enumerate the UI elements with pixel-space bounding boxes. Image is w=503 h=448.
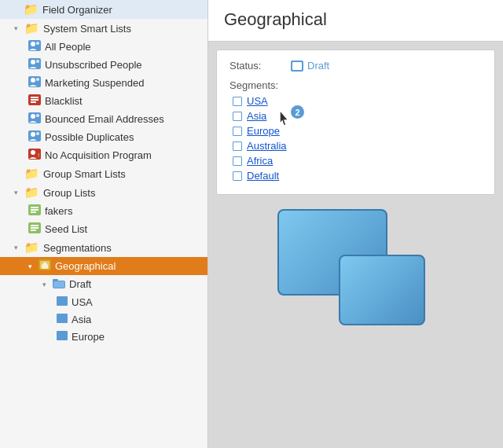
segment-link-default[interactable]: Default xyxy=(247,170,279,182)
sidebar-item-field-organizer[interactable]: 📁 Field Organizer xyxy=(0,0,207,19)
segment-checkbox[interactable] xyxy=(233,127,242,136)
sidebar-item-possible-duplicates[interactable]: Possible Duplicates xyxy=(0,128,207,146)
svg-point-15 xyxy=(36,114,39,117)
segment-checkbox[interactable] xyxy=(233,156,242,166)
sidebar: 📁 Field Organizer ▾ 📁 System Smart Lists… xyxy=(0,0,208,448)
sidebar-item-label: Unsubscribed People xyxy=(45,59,142,71)
svg-point-20 xyxy=(31,150,35,155)
sidebar-item-label: USA xyxy=(72,296,93,308)
segment-checkbox[interactable] xyxy=(233,141,242,151)
segment-checkbox[interactable] xyxy=(233,112,242,121)
list-icon xyxy=(28,222,41,236)
people-icon xyxy=(28,76,41,90)
segments-section: Segments: USA Asia xyxy=(229,79,482,182)
main-body: Status: Draft Segments: USA xyxy=(208,42,503,448)
tooltip-badge: 2 xyxy=(291,105,304,119)
folder-icon: 📁 xyxy=(24,2,39,17)
list-item: Europe xyxy=(233,125,482,137)
segment-link-europe[interactable]: Europe xyxy=(247,125,280,137)
sidebar-item-label: Marketing Suspended xyxy=(45,77,144,89)
svg-point-18 xyxy=(36,132,39,135)
folder-icon: 📁 xyxy=(24,241,39,255)
list-icon xyxy=(28,204,41,218)
sidebar-item-asia[interactable]: Asia xyxy=(0,310,207,328)
sidebar-item-label: Asia xyxy=(72,314,91,325)
svg-rect-10 xyxy=(31,97,39,98)
segment-link-asia[interactable]: Asia xyxy=(247,110,266,122)
sidebar-item-label: System Smart Lists xyxy=(43,23,131,35)
segments-label: Segments: xyxy=(229,79,482,91)
people-icon xyxy=(28,40,41,53)
diagram-area xyxy=(216,201,495,440)
svg-point-2 xyxy=(36,42,39,45)
sidebar-item-bounced[interactable]: Bounced Email Addresses xyxy=(0,110,207,128)
sidebar-item-label: No Acquisition Program xyxy=(45,149,152,161)
svg-rect-27 xyxy=(31,225,39,226)
sidebar-item-group-smart-lists[interactable]: 📁 Group Smart Lists xyxy=(0,164,207,183)
blue-square-icon xyxy=(57,296,68,308)
svg-rect-23 xyxy=(31,207,39,208)
expand-icon: ▾ xyxy=(14,189,22,196)
list-item: Asia 2 xyxy=(233,110,482,122)
folder-icon: 📁 xyxy=(24,167,39,181)
diagram-box-large xyxy=(277,209,387,296)
sidebar-item-draft[interactable]: ▾ Draft xyxy=(0,275,207,293)
segment-link-africa[interactable]: Africa xyxy=(247,155,273,167)
sidebar-item-label: Segmentations xyxy=(43,242,112,254)
segment-link-usa[interactable]: USA xyxy=(247,95,268,107)
sidebar-item-label: Europe xyxy=(72,331,105,343)
sidebar-item-system-smart-lists[interactable]: ▾ 📁 System Smart Lists xyxy=(0,19,207,38)
segment-link-australia[interactable]: Australia xyxy=(247,140,287,152)
draft-icon xyxy=(291,61,303,72)
svg-rect-34 xyxy=(53,281,64,288)
svg-text:!: ! xyxy=(38,152,39,159)
sidebar-item-blacklist[interactable]: Blacklist xyxy=(0,92,207,110)
warning-icon: ! xyxy=(28,149,41,162)
sidebar-item-all-people[interactable]: All People xyxy=(0,38,207,56)
sidebar-item-group-lists[interactable]: ▾ 📁 Group Lists xyxy=(0,183,207,202)
sidebar-item-label: fakers xyxy=(45,205,72,217)
list-item: Australia xyxy=(233,140,482,152)
blue-square-icon xyxy=(57,313,68,325)
svg-rect-12 xyxy=(31,101,36,103)
folder-icon: 📁 xyxy=(24,21,39,35)
svg-point-1 xyxy=(31,42,35,46)
svg-rect-11 xyxy=(31,99,39,101)
sidebar-item-label: Seed List xyxy=(45,223,87,235)
expand-icon: ▾ xyxy=(14,244,22,252)
list-item: Africa xyxy=(233,155,482,167)
sidebar-item-segmentations[interactable]: ▾ 📁 Segmentations xyxy=(0,238,207,257)
segment-checkbox[interactable] xyxy=(233,97,242,106)
sidebar-item-usa[interactable]: USA xyxy=(0,293,207,310)
sidebar-item-no-acquisition[interactable]: ! No Acquisition Program xyxy=(0,146,207,164)
sidebar-item-geographical[interactable]: ▾ Geographical xyxy=(0,257,207,275)
svg-point-17 xyxy=(31,132,35,137)
sidebar-item-label: Geographical xyxy=(55,260,116,272)
sidebar-item-seed-list[interactable]: Seed List xyxy=(0,220,207,238)
svg-point-7 xyxy=(31,78,35,83)
main-header: Geographical xyxy=(208,0,503,42)
expand-icon: ▾ xyxy=(14,24,22,32)
status-label: Status: xyxy=(229,60,285,72)
segment-checkbox[interactable] xyxy=(233,171,242,181)
sidebar-item-marketing-suspended[interactable]: Marketing Suspended xyxy=(0,74,207,92)
page-title: Geographical xyxy=(224,9,487,30)
sidebar-item-label: Blacklist xyxy=(45,95,83,107)
sidebar-item-label: Bounced Email Addresses xyxy=(45,113,164,125)
folder-icon xyxy=(53,277,65,291)
sidebar-item-europe[interactable]: Europe xyxy=(0,328,207,345)
sidebar-item-fakers[interactable]: fakers xyxy=(0,202,207,220)
expand-icon: ▾ xyxy=(42,281,50,288)
list-icon xyxy=(28,94,41,108)
svg-rect-36 xyxy=(57,314,68,323)
svg-point-8 xyxy=(36,78,39,81)
svg-rect-28 xyxy=(31,227,39,229)
status-row: Status: Draft xyxy=(229,60,482,72)
sidebar-item-unsubscribed[interactable]: Unsubscribed People xyxy=(0,56,207,74)
folder-icon: 📁 xyxy=(24,185,39,200)
people-icon xyxy=(28,112,41,126)
status-badge: Draft xyxy=(291,60,329,72)
sidebar-item-label: Possible Duplicates xyxy=(45,131,134,143)
segmentation-diagram xyxy=(277,209,435,343)
expand-icon: ▾ xyxy=(28,263,36,270)
